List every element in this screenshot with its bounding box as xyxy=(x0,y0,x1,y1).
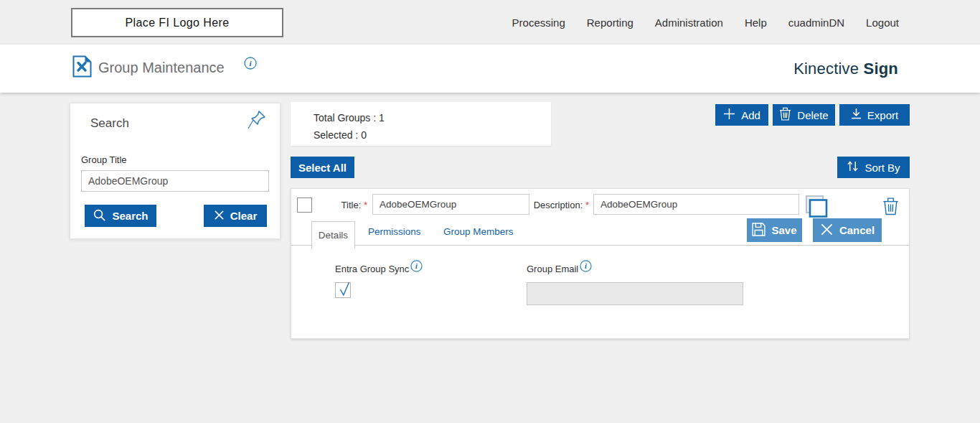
tab-details[interactable]: Details xyxy=(311,221,355,248)
sort-by-button-label: Sort By xyxy=(864,162,900,174)
svg-text:i: i xyxy=(585,262,587,270)
entra-group-sync-label: Entra Group Sync i xyxy=(335,264,423,278)
title-label: Title: * xyxy=(320,200,367,210)
search-button-label: Search xyxy=(112,210,148,222)
trash-icon xyxy=(779,107,791,123)
groups-summary: Total Groups : 1 Selected : 0 xyxy=(291,102,551,146)
page-title-info-icon[interactable]: i xyxy=(244,57,257,73)
tab-separator xyxy=(291,245,909,246)
tab-permissions[interactable]: Permissions xyxy=(368,226,421,237)
svg-text:i: i xyxy=(249,59,252,68)
selected-count-text: Selected : 0 xyxy=(314,126,551,144)
tab-details-label: Details xyxy=(319,230,348,241)
group-email-label: Group Email i xyxy=(527,264,592,278)
save-button-label: Save xyxy=(771,224,796,236)
delete-group-icon[interactable] xyxy=(882,195,899,220)
select-all-button[interactable]: Select All xyxy=(291,157,354,178)
group-row-checkbox[interactable] xyxy=(297,197,312,213)
entra-group-sync-info-icon[interactable]: i xyxy=(410,260,423,274)
brand-name-regular: Kinective xyxy=(793,60,859,78)
total-groups-text: Total Groups : 1 xyxy=(314,109,551,126)
cancel-button-label: Cancel xyxy=(839,224,875,236)
x-icon xyxy=(820,223,834,238)
group-maintenance-screen: Place FI Logo Here Processing Reporting … xyxy=(0,0,980,423)
nav-item-help[interactable]: Help xyxy=(745,17,767,29)
top-navigation: Processing Reporting Administration Help… xyxy=(512,0,899,45)
group-row-card: Title: * Description: * Details Permissi… xyxy=(291,188,910,339)
export-button-label: Export xyxy=(867,109,898,121)
nav-item-username[interactable]: cuadminDN xyxy=(788,17,844,29)
group-email-field xyxy=(527,282,743,305)
floppy-icon xyxy=(752,223,765,238)
group-title-label: Group Title xyxy=(81,154,127,165)
save-button[interactable]: Save xyxy=(747,218,802,242)
group-maintenance-module-icon xyxy=(72,55,92,80)
page-header: Group Maintenance i Kinective Sign xyxy=(0,45,980,93)
add-button-label: Add xyxy=(741,109,760,121)
top-bar: Place FI Logo Here Processing Reporting … xyxy=(0,0,980,45)
fi-logo-placeholder-text: Place FI Logo Here xyxy=(125,17,229,29)
x-icon xyxy=(214,210,225,223)
fi-logo-placeholder: Place FI Logo Here xyxy=(71,8,283,37)
nav-item-processing[interactable]: Processing xyxy=(512,17,565,29)
group-title-input[interactable] xyxy=(81,170,269,192)
cancel-button[interactable]: Cancel xyxy=(813,218,882,242)
tab-group-members[interactable]: Group Members xyxy=(443,226,514,237)
select-all-button-label: Select All xyxy=(298,162,347,174)
required-marker: * xyxy=(364,200,367,210)
group-description-field[interactable] xyxy=(593,194,799,215)
download-icon xyxy=(851,108,862,122)
clear-button[interactable]: Clear xyxy=(204,205,267,227)
nav-item-administration[interactable]: Administration xyxy=(655,17,723,29)
pin-icon[interactable] xyxy=(247,109,267,134)
search-icon xyxy=(93,208,106,224)
required-marker: * xyxy=(585,200,589,210)
export-button[interactable]: Export xyxy=(839,104,910,126)
group-title-field[interactable] xyxy=(372,194,529,215)
delete-button-label: Delete xyxy=(797,109,828,121)
group-email-info-icon[interactable]: i xyxy=(580,260,592,274)
sort-icon xyxy=(847,160,859,175)
entra-group-sync-checkbox[interactable] xyxy=(335,282,351,298)
nav-item-logout[interactable]: Logout xyxy=(866,17,899,29)
delete-button[interactable]: Delete xyxy=(773,104,835,126)
search-panel: Search Group Title Search Clear xyxy=(70,103,281,239)
search-button[interactable]: Search xyxy=(85,205,156,227)
add-button[interactable]: Add xyxy=(715,104,768,126)
nav-item-reporting[interactable]: Reporting xyxy=(587,17,633,29)
description-label: Description: * xyxy=(533,200,589,210)
brand-logo: Kinective Sign xyxy=(793,45,898,93)
sort-by-button[interactable]: Sort By xyxy=(837,157,910,178)
search-panel-title: Search xyxy=(90,116,129,131)
page-title: Group Maintenance xyxy=(98,60,225,76)
clear-button-label: Clear xyxy=(230,210,258,222)
plus-icon xyxy=(723,108,735,122)
svg-text:i: i xyxy=(415,262,418,270)
brand-name-bold: Sign xyxy=(864,60,898,78)
